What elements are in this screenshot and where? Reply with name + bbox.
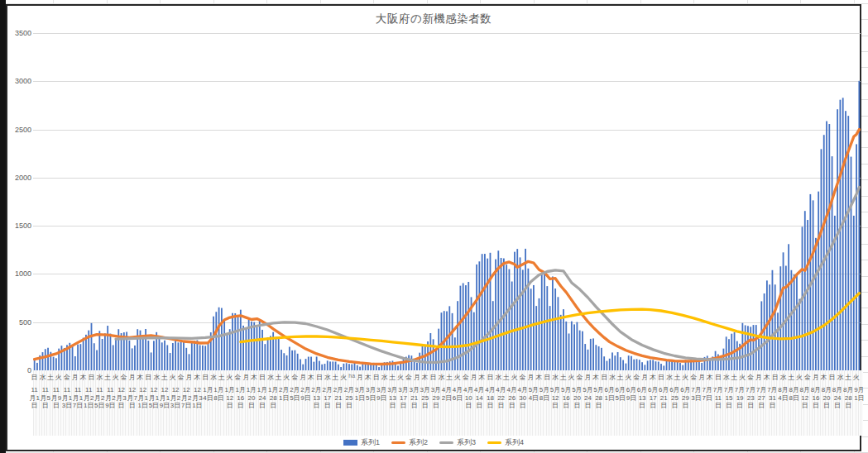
bar [530, 288, 532, 370]
bar [576, 322, 578, 370]
date-label: 3月9日 [376, 386, 387, 402]
bar [302, 365, 304, 370]
bar [777, 312, 779, 370]
spreadsheet-canvas: { "title": "大阪府の新機感染者数", "legend": [ {"l… [0, 0, 868, 453]
date-label: 1月12日 [224, 386, 236, 410]
bar [482, 254, 483, 370]
legend-item-系列3[interactable]: 系列3 [439, 437, 476, 448]
date-label: 3月13日 [386, 386, 398, 410]
bar [316, 356, 318, 370]
bar [457, 301, 458, 370]
bar [178, 342, 180, 370]
bar [639, 360, 640, 370]
date-label: 1月28日 [267, 386, 279, 410]
date-label: 12月15日 [148, 386, 160, 410]
bar [707, 355, 708, 370]
bar [191, 341, 193, 370]
date-label: 7月15日 [723, 386, 735, 410]
date-label: 3月17日 [398, 386, 410, 410]
bar [506, 265, 507, 370]
date-label: 2月9日 [300, 386, 312, 402]
bar [223, 319, 225, 370]
bar [91, 323, 93, 370]
bar [779, 266, 781, 370]
date-label: 6月29日 [680, 386, 692, 410]
plot-area[interactable] [33, 33, 861, 370]
bar [607, 361, 608, 370]
date-label: 6月13日 [636, 386, 648, 410]
bar [755, 325, 757, 370]
date-label: 5月4日 [528, 386, 540, 402]
bar [115, 340, 117, 370]
date-label: 5月20日 [571, 386, 583, 410]
bar [650, 360, 651, 370]
weekday-label: 火 [851, 373, 861, 382]
bar [579, 331, 581, 370]
bar [490, 253, 492, 370]
bar [98, 331, 100, 370]
date-label: 11月25日 [94, 386, 105, 410]
bar [832, 156, 833, 370]
bar [454, 337, 456, 370]
bar [468, 282, 469, 370]
bar [321, 365, 323, 370]
line-swatch-icon [439, 441, 453, 444]
bar [772, 270, 774, 370]
legend-item-系列2[interactable]: 系列2 [391, 437, 428, 448]
chart-legend[interactable]: 系列1系列2系列3系列4 [7, 436, 860, 449]
date-label: 6月5日 [615, 386, 626, 402]
bar [55, 358, 57, 370]
bar [53, 357, 55, 370]
bar [259, 320, 261, 370]
bar [821, 149, 822, 370]
date-label: 11月21日 [83, 386, 94, 410]
bar [851, 157, 852, 370]
bar [560, 315, 562, 370]
bar [189, 354, 190, 370]
bar [245, 329, 247, 370]
bar [858, 81, 860, 370]
bar [790, 270, 792, 370]
bar [343, 364, 345, 370]
bar [183, 341, 185, 370]
bar [514, 252, 516, 370]
legend-item-系列4[interactable]: 系列4 [487, 437, 524, 448]
bar [113, 345, 114, 370]
bar [652, 360, 654, 370]
bar [798, 299, 800, 370]
bar [525, 249, 526, 370]
bar [783, 252, 784, 370]
bar [134, 346, 136, 370]
bar [132, 348, 133, 370]
bar [204, 346, 206, 370]
bar [208, 343, 209, 370]
bar [83, 338, 84, 370]
chart-object[interactable]: 大阪府の新機感染者数 0500100015002000250030003500 … [6, 4, 861, 451]
date-label: 3月1日 [354, 386, 366, 402]
bar [77, 345, 79, 370]
x-axis: 日水土火金月木日水土火金月木日水土火金月木日水土火金月木日水土火金月木日水土火h… [33, 370, 863, 436]
bar [362, 364, 363, 370]
date-label: 11月9日 [50, 386, 62, 410]
date-label: 1月24日 [257, 386, 268, 410]
bar [535, 306, 537, 370]
date-label: 7月23日 [745, 386, 756, 410]
bar [698, 361, 700, 370]
legend-item-系列1[interactable]: 系列1 [343, 437, 380, 448]
bar [677, 362, 679, 370]
bar [410, 355, 412, 370]
bar-swatch-icon [343, 440, 357, 446]
date-label: 1月16日 [235, 386, 247, 410]
bar [42, 352, 44, 370]
bar [568, 333, 570, 370]
bar [276, 337, 277, 370]
date-label: 5月28日 [593, 386, 605, 410]
bar [611, 352, 613, 370]
bar [539, 298, 540, 370]
date-label: 12月19日 [159, 386, 170, 410]
date-label: 4月2日 [441, 386, 453, 402]
date-label: 8月24日 [832, 386, 843, 410]
bar [587, 350, 589, 370]
bar [807, 220, 808, 370]
bar [558, 297, 559, 370]
